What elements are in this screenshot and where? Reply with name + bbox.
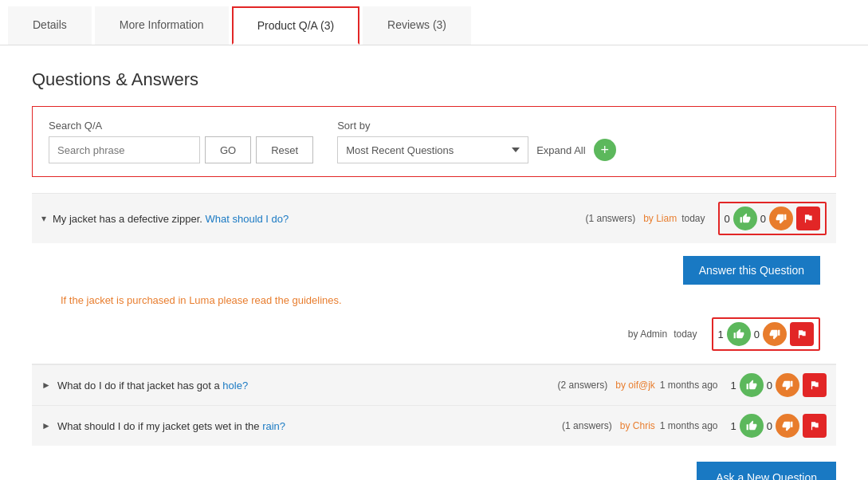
vote-up-count: 0: [725, 213, 730, 225]
toggle-icon[interactable]: ▾: [41, 213, 46, 224]
question-text: What do I do if that jacket has got a ho…: [57, 380, 558, 391]
tab-product-qa[interactable]: Product Q/A (3): [232, 6, 359, 45]
actions-wrapper: 1 0: [731, 373, 827, 397]
question-author: by Chris: [620, 420, 655, 431]
flag-button[interactable]: [790, 322, 814, 346]
qa-list: ▾ My jacket has a defective zipper. What…: [32, 193, 836, 446]
search-label: Search Q/A: [49, 120, 313, 132]
toggle-icon[interactable]: ►: [41, 380, 51, 391]
question-author: by Liam: [643, 213, 677, 224]
sort-group: Sort by Most Recent Questions Expand All…: [337, 120, 615, 163]
answers-count: (2 answers): [558, 380, 608, 391]
answer-date: today: [674, 329, 697, 340]
vote-down-count: 0: [767, 380, 772, 391]
answer-this-question-button[interactable]: Answer this Question: [683, 256, 820, 285]
question-author: by oif@jk: [615, 380, 655, 391]
question-row: ► What should I do if my jacket gets wet…: [32, 405, 836, 446]
question-row: ► What do I do if that jacket has got a …: [32, 364, 836, 405]
question-date: 1 months ago: [660, 380, 718, 391]
thumb-down-button[interactable]: [776, 373, 799, 397]
vote-down-count: 0: [767, 420, 772, 432]
answers-count: (1 answers): [562, 420, 612, 431]
question-row: ▾ My jacket has a defective zipper. What…: [32, 193, 836, 243]
thumb-down-button[interactable]: [776, 414, 799, 438]
answer-text: If the jacket is purchased in Luma pleas…: [61, 294, 820, 306]
expand-all-label: Expand All: [536, 144, 585, 156]
flag-button[interactable]: [796, 207, 820, 230]
question-text: What should I do if my jacket gets wet i…: [57, 420, 562, 432]
actions-wrapper: 1 0: [712, 317, 820, 351]
answers-count: (1 answers): [585, 213, 635, 224]
question-text: My jacket has a defective zipper. What s…: [53, 213, 585, 225]
vote-down-count: 0: [760, 213, 766, 225]
tab-more-info[interactable]: More Information: [95, 6, 229, 45]
tab-details[interactable]: Details: [8, 6, 92, 45]
thumb-down-button[interactable]: [769, 207, 793, 230]
expand-all-button[interactable]: +: [594, 139, 616, 161]
vote-up-count: 1: [731, 420, 736, 432]
sort-select[interactable]: Most Recent Questions: [337, 136, 528, 163]
actions-wrapper: 1 0: [731, 414, 827, 438]
search-box: Search Q/A GO Reset Sort by Most Recent …: [32, 106, 836, 177]
thumb-down-button[interactable]: [763, 322, 787, 346]
search-input[interactable]: [49, 136, 200, 163]
ask-new-question-button[interactable]: Ask a New Question: [697, 462, 836, 480]
answer-meta: by Admin today 1 0: [61, 317, 820, 351]
thumb-up-button[interactable]: [733, 207, 757, 230]
reset-button[interactable]: Reset: [256, 136, 313, 163]
answer-section: Answer this Question If the jacket is pu…: [32, 243, 836, 364]
thumb-up-button[interactable]: [727, 322, 751, 346]
thumb-up-button[interactable]: [740, 373, 764, 397]
sort-label: Sort by: [337, 120, 615, 132]
answer-author: by Admin: [628, 329, 667, 340]
question-date: 1 months ago: [660, 420, 718, 431]
vote-up-count: 1: [718, 329, 724, 340]
actions-wrapper: 0 0: [718, 202, 827, 235]
vote-up-count: 1: [731, 380, 736, 391]
question-link[interactable]: rain?: [262, 420, 285, 432]
question-date: today: [681, 213, 705, 224]
section-title: Questions & Answers: [32, 69, 836, 90]
search-group: Search Q/A GO Reset: [49, 120, 313, 163]
question-link[interactable]: hole?: [222, 380, 248, 391]
tabs-bar: DetailsMore InformationProduct Q/A (3)Re…: [0, 0, 868, 45]
vote-down-count: 0: [754, 329, 760, 340]
thumb-up-button[interactable]: [740, 414, 764, 438]
tab-reviews[interactable]: Reviews (3): [363, 6, 471, 45]
go-button[interactable]: GO: [205, 136, 251, 163]
toggle-icon[interactable]: ►: [41, 420, 51, 431]
flag-button[interactable]: [803, 414, 827, 438]
question-link[interactable]: What should I do?: [205, 213, 289, 225]
ask-btn-row: Ask a New Question: [32, 446, 836, 480]
flag-button[interactable]: [803, 373, 827, 397]
